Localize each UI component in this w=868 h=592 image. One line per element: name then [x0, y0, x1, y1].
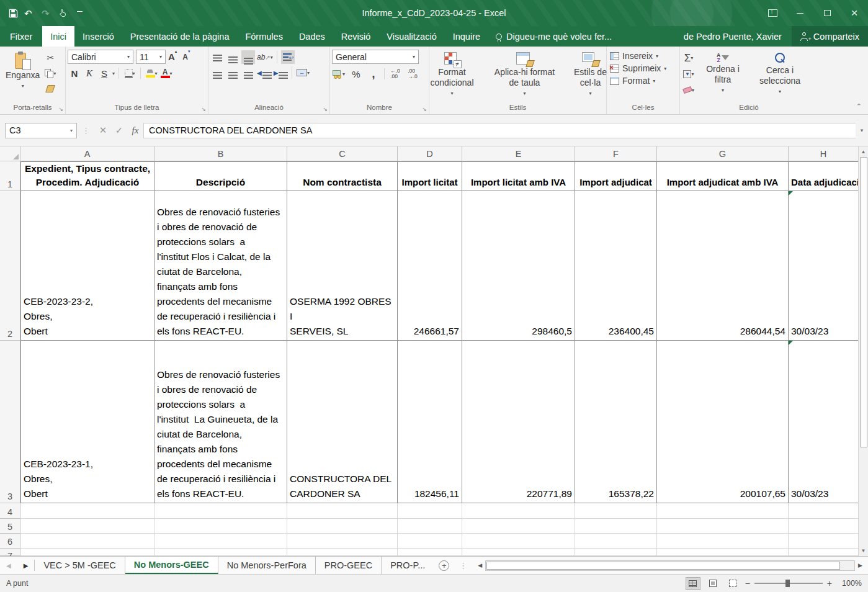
paste-button[interactable]: Enganxa ▾	[2, 48, 43, 104]
sheet-tab-pro-p[interactable]: PRO-P...	[382, 557, 434, 574]
sheet-tab-pro-geec[interactable]: PRO-GEEC	[316, 557, 382, 574]
cell[interactable]	[287, 503, 398, 519]
tab-inici[interactable]: Inici	[42, 26, 74, 47]
delete-cells-button[interactable]: Suprimeix▾	[610, 63, 676, 73]
expand-formula-bar-button[interactable]: ▾	[856, 127, 868, 133]
decrease-decimal-button[interactable]: .00 →.0	[406, 67, 419, 81]
column-header-a[interactable]: A	[20, 146, 154, 161]
cell-H3[interactable]: 30/03/23	[789, 341, 858, 503]
row-header-4[interactable]: 4	[0, 503, 20, 519]
comma-style-button[interactable]: ,	[367, 67, 380, 81]
cell[interactable]	[20, 519, 154, 534]
view-page-layout-button[interactable]	[705, 577, 720, 590]
zoom-in-button[interactable]: +	[827, 578, 832, 588]
column-header-c[interactable]: C	[287, 146, 398, 161]
undo-button[interactable]: ↶▾	[24, 9, 35, 18]
chevron-down-icon[interactable]: ▾	[155, 71, 158, 76]
align-bottom-button[interactable]	[241, 50, 255, 64]
row-header-1[interactable]: 1	[0, 161, 20, 191]
cell[interactable]	[462, 549, 575, 556]
cell[interactable]	[657, 503, 789, 519]
cell[interactable]	[575, 519, 657, 534]
cell-B2[interactable]: Obres de renovació fusteries i obres de …	[154, 191, 287, 341]
cell[interactable]	[398, 549, 462, 556]
select-all-button[interactable]	[0, 146, 20, 161]
cell[interactable]	[154, 503, 287, 519]
chevron-down-icon[interactable]: ▾	[53, 71, 56, 76]
tab-revisio[interactable]: Revisió	[333, 26, 379, 47]
font-name-combo[interactable]: Calibri▾	[68, 50, 133, 64]
cut-button[interactable]: ✂	[43, 51, 57, 65]
tab-inquire[interactable]: Inquire	[445, 26, 488, 47]
column-header-g[interactable]: G	[657, 146, 789, 161]
dialog-launcher-icon[interactable]: ↘	[58, 107, 63, 112]
dialog-launcher-icon[interactable]: ↘	[422, 107, 427, 112]
tab-file[interactable]: Fitxer	[0, 26, 42, 47]
cell-B3[interactable]: Obres de renovació fusteries i obres de …	[154, 341, 287, 503]
column-header-b[interactable]: B	[154, 146, 287, 161]
sort-filter-button[interactable]: AZ Ordena i filtra ▾	[697, 48, 749, 104]
chevron-down-icon[interactable]: ▾	[691, 71, 694, 77]
copy-button[interactable]: ▾	[43, 66, 57, 80]
view-normal-button[interactable]	[686, 577, 700, 590]
font-size-combo[interactable]: 11▾	[136, 50, 166, 64]
chevron-down-icon[interactable]: ▾	[112, 71, 115, 76]
chevron-down-icon[interactable]: ▾	[307, 70, 310, 76]
chevron-down-icon[interactable]: ▾	[170, 71, 172, 76]
cell[interactable]	[575, 534, 657, 549]
cell-E1[interactable]: Import licitat amb IVA	[462, 161, 575, 191]
cell[interactable]	[789, 503, 858, 519]
shrink-font-button[interactable]: A▾	[182, 53, 193, 61]
chevron-down-icon[interactable]: ▾	[133, 71, 135, 76]
cell-A3[interactable]: CEB-2023-23-1, Obres, Obert	[20, 341, 154, 503]
cell-D3[interactable]: 182456,11	[398, 341, 462, 503]
cell[interactable]	[20, 534, 154, 549]
cell[interactable]	[657, 519, 789, 534]
signed-in-user[interactable]: de Pedro Puente, Xavier	[674, 32, 792, 42]
view-page-break-button[interactable]	[725, 577, 740, 590]
cell-D2[interactable]: 246661,57	[398, 191, 462, 341]
name-box[interactable]: C3 ▾	[5, 123, 77, 138]
tab-splitter[interactable]: ⋮	[454, 561, 472, 570]
row-header-3[interactable]: 3	[0, 341, 20, 503]
cell[interactable]	[462, 519, 575, 534]
row-header-7[interactable]: 7	[0, 549, 20, 556]
sheet-tab-vec-5m-geec[interactable]: VEC > 5M -GEEC	[35, 557, 125, 574]
tab-insercio[interactable]: Inserció	[74, 26, 122, 47]
number-format-combo[interactable]: General▾	[332, 50, 419, 64]
chevron-down-icon[interactable]: ▾	[22, 81, 24, 91]
add-sheet-button[interactable]: +	[439, 560, 449, 571]
chevron-down-icon[interactable]: ▾	[691, 55, 693, 61]
cell-E3[interactable]: 220771,89	[462, 341, 575, 503]
cell-B1[interactable]: Descripció	[154, 161, 287, 191]
cell[interactable]	[154, 534, 287, 549]
cell-H1[interactable]: Data adjudicació	[789, 161, 858, 191]
cell[interactable]	[154, 519, 287, 534]
column-header-h[interactable]: H	[789, 146, 858, 161]
align-left-button[interactable]	[210, 66, 224, 79]
cell-F3[interactable]: 165378,22	[575, 341, 657, 503]
vertical-scrollbar[interactable]: ▲ ▼	[858, 146, 868, 556]
increase-decimal-button[interactable]: ←.0 .00	[388, 67, 402, 81]
minimize-button[interactable]	[786, 0, 813, 26]
redo-button[interactable]: ↷▾	[42, 9, 53, 18]
cell[interactable]	[789, 549, 858, 556]
zoom-level[interactable]: 100%	[837, 579, 862, 588]
maximize-button[interactable]	[813, 0, 841, 26]
align-top-button[interactable]	[210, 50, 224, 64]
cell-F2[interactable]: 236400,45	[575, 191, 657, 341]
italic-button[interactable]: K	[83, 66, 96, 80]
touch-mode-button[interactable]: ▾	[59, 9, 71, 17]
autosum-button[interactable]: Σ▾	[682, 51, 696, 65]
tab-dades[interactable]: Dades	[291, 26, 333, 47]
sheet-tab-no-menors-perfora[interactable]: No Menors-PerFora	[218, 557, 316, 574]
chevron-down-icon[interactable]: ▾	[342, 71, 345, 77]
borders-button[interactable]: ▾	[123, 66, 136, 80]
scroll-up-button[interactable]: ▲	[859, 146, 868, 157]
chevron-down-icon[interactable]: ▾	[51, 11, 53, 16]
sheet-nav-left-button[interactable]: ◀	[0, 557, 17, 574]
font-color-button[interactable]: A▾	[159, 66, 173, 80]
insert-cells-button[interactable]: Insereix▾	[610, 51, 676, 61]
close-button[interactable]: ×	[841, 0, 868, 26]
sheet-nav-right-button[interactable]: ▶	[17, 557, 35, 574]
